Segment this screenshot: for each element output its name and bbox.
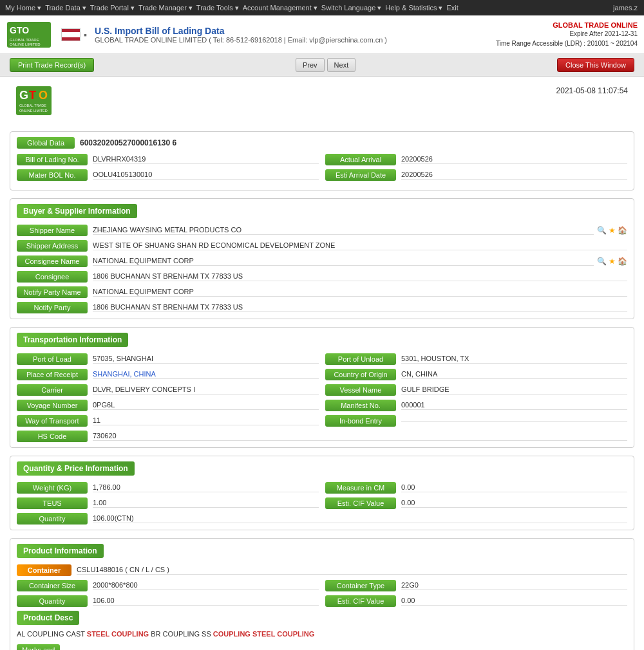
measure-value: 0.00 bbox=[401, 483, 627, 492]
voyage-value: 0PG6L bbox=[93, 401, 319, 410]
shipper-home-icon[interactable]: 🏠 bbox=[618, 226, 627, 235]
transportation-title: Transportation Information bbox=[17, 333, 128, 347]
manifest-value: 000001 bbox=[401, 401, 627, 410]
country-origin-col: Country of Origin CN, CHINA bbox=[325, 369, 627, 380]
next-button-top[interactable]: Next bbox=[327, 58, 356, 72]
consignee-search-icon[interactable]: 🔍 bbox=[597, 257, 607, 266]
transport-col: Way of Transport 11 bbox=[17, 415, 319, 427]
voyage-col: Voyage Number 0PG6L bbox=[17, 400, 319, 411]
buyer-supplier-section: Buyer & Supplier Information Shipper Nam… bbox=[10, 198, 634, 319]
port-load-label: Port of Load bbox=[17, 353, 88, 365]
svg-text:O: O bbox=[39, 89, 48, 102]
navigation-buttons-top: Prev Next bbox=[296, 58, 355, 72]
shipper-star-icon[interactable]: ★ bbox=[609, 226, 616, 235]
nav-myhome[interactable]: My Home ▾ bbox=[5, 4, 41, 12]
actual-arrival-col: Actual Arrival 20200526 bbox=[325, 154, 627, 165]
bol-label: Bill of Lading No. bbox=[17, 154, 88, 165]
esti-cif-label: Esti. CIF Value bbox=[325, 497, 396, 509]
esti-arrival-col: Esti Arrival Date 20200526 bbox=[325, 169, 627, 181]
global-data-value: 600320200527000016130 6 bbox=[80, 138, 176, 147]
weight-label: Weight (KG) bbox=[17, 482, 88, 494]
nav-language[interactable]: Switch Language ▾ bbox=[321, 4, 381, 12]
measure-col: Measure in CM 0.00 bbox=[325, 482, 627, 494]
user-label: james.z bbox=[613, 4, 638, 12]
nav-accountmgmt[interactable]: Account Management ▾ bbox=[243, 4, 317, 12]
svg-text:GTO: GTO bbox=[10, 25, 29, 35]
port-unload-label: Port of Unload bbox=[325, 353, 396, 365]
nav-tradeportal[interactable]: Trade Portal ▾ bbox=[90, 4, 135, 12]
bol-value: DLVRHRX04319 bbox=[93, 155, 319, 164]
container-size-type-row: Container Size 2000*806*800 Container Ty… bbox=[17, 580, 627, 591]
consignee-name-value: NATIONAL EQUIPMENT CORP bbox=[93, 257, 594, 266]
master-bol-col: Mater BOL No. OOLU4105130010 bbox=[17, 169, 319, 181]
measure-label: Measure in CM bbox=[325, 482, 396, 494]
nav-tradedata[interactable]: Trade Data ▾ bbox=[45, 4, 86, 12]
carrier-label: Carrier bbox=[17, 384, 88, 396]
nav-exit[interactable]: Exit bbox=[446, 4, 458, 12]
notify-party-label: Notify Party bbox=[17, 302, 88, 313]
bond-col: In-bond Entry bbox=[325, 415, 627, 427]
marks-section: Marks and NECO C NO.: MADE IN CHINA bbox=[17, 644, 627, 650]
quantity-row: Quantity 106.00(CTN) bbox=[17, 513, 627, 525]
esti-arrival-label: Esti Arrival Date bbox=[325, 169, 396, 181]
port-unload-value: 5301, HOUSTON, TX bbox=[401, 355, 627, 364]
weight-col: Weight (KG) 1,786.00 bbox=[17, 482, 319, 494]
print-record-button-top[interactable]: Print Trade Record(s) bbox=[10, 58, 94, 72]
prod-qty-label: Quantity bbox=[17, 595, 88, 607]
notify-party-row: Notify Party 1806 BUCHANAN ST BRENHAM TX… bbox=[17, 302, 627, 313]
svg-text:G: G bbox=[19, 89, 28, 102]
esti-arrival-value: 20200526 bbox=[401, 171, 627, 180]
close-button-top[interactable]: Close This Window bbox=[557, 58, 634, 72]
consignee-home-icon[interactable]: 🏠 bbox=[618, 257, 627, 266]
vessel-label: Vessel Name bbox=[325, 384, 396, 396]
carrier-value: DLVR, DELIVERY CONCEPTS I bbox=[93, 385, 319, 395]
prev-button-top[interactable]: Prev bbox=[296, 58, 325, 72]
manifest-label: Manifest No. bbox=[325, 400, 396, 411]
carrier-vessel-row: Carrier DLVR, DELIVERY CONCEPTS I Vessel… bbox=[17, 384, 627, 396]
container-value: CSLU1488016 ( CN / L / CS ) bbox=[77, 566, 627, 575]
quantity-price-section: Quantity & Price Information Weight (KG)… bbox=[10, 456, 634, 530]
esti-cif-col: Esti. CIF Value 0.00 bbox=[325, 497, 627, 509]
header-subtitle: GLOBAL TRADE ONLINE LIMITED ( Tel: 86-51… bbox=[95, 36, 496, 44]
product-info-title: Product Information bbox=[17, 544, 104, 558]
master-bol-esti-row: Mater BOL No. OOLU4105130010 Esti Arriva… bbox=[17, 169, 627, 181]
shipper-action-icons: 🔍 ★ 🏠 bbox=[597, 226, 627, 235]
quantity-label: Quantity bbox=[17, 513, 88, 525]
prod-qty-cif-row: Quantity 106.00 Esti. CIF Value 0.00 bbox=[17, 595, 627, 607]
carrier-col: Carrier DLVR, DELIVERY CONCEPTS I bbox=[17, 384, 319, 396]
teus-value: 1.00 bbox=[93, 499, 319, 508]
country-origin-value: CN, CHINA bbox=[401, 370, 627, 379]
shipper-address-row: Shipper Address WEST SITE OF SHUANG SHAN… bbox=[17, 240, 627, 252]
port-row: Port of Load 57035, SHANGHAI Port of Unl… bbox=[17, 353, 627, 365]
prod-cif-label: Esti. CIF Value bbox=[325, 595, 396, 607]
top-action-bar: Print Trade Record(s) Prev Next Close Th… bbox=[0, 54, 644, 77]
time-range: Time Range Accessible (LDR) : 201001 ~ 2… bbox=[496, 39, 638, 48]
notify-party-name-label: Notify Party Name bbox=[17, 286, 88, 298]
nav-help[interactable]: Help & Statistics ▾ bbox=[385, 4, 442, 12]
notify-party-name-value: NATIONAL EQUIPMENT CORP bbox=[93, 288, 627, 297]
hs-code-row: HS Code 730620 bbox=[17, 431, 627, 442]
teus-label: TEUS bbox=[17, 497, 88, 509]
country-origin-label: Country of Origin bbox=[325, 369, 396, 380]
port-unload-col: Port of Unload 5301, HOUSTON, TX bbox=[325, 353, 627, 365]
manifest-col: Manifest No. 000001 bbox=[325, 400, 627, 411]
consignee-star-icon[interactable]: ★ bbox=[609, 257, 616, 266]
document-content: G T O GLOBAL TRADE ONLINE LIMITED 2021-0… bbox=[0, 77, 644, 650]
brand-name: GLOBAL TRADE ONLINE bbox=[496, 21, 638, 29]
nav-trademanager[interactable]: Trade Manager ▾ bbox=[138, 4, 193, 12]
nav-tradetools[interactable]: Trade Tools ▾ bbox=[196, 4, 239, 12]
container-size-col: Container Size 2000*806*800 bbox=[17, 580, 319, 591]
hs-code-label: HS Code bbox=[17, 431, 88, 442]
esti-cif-value: 0.00 bbox=[401, 499, 627, 508]
place-receipt-value: SHANGHAI, CHINA bbox=[93, 370, 319, 379]
svg-text:ONLINE LIMITED: ONLINE LIMITED bbox=[19, 109, 48, 113]
top-navigation: My Home ▾ Trade Data ▾ Trade Portal ▾ Tr… bbox=[0, 0, 644, 15]
consignee-row: Consignee 1806 BUCHANAN ST BRENHAM TX 77… bbox=[17, 271, 627, 283]
shipper-name-row: Shipper Name ZHEJIANG WAYSING METAL PROD… bbox=[17, 225, 627, 236]
container-size-value: 2000*806*800 bbox=[93, 581, 319, 590]
buyer-supplier-title: Buyer & Supplier Information bbox=[17, 204, 137, 218]
doc-logo: G T O GLOBAL TRADE ONLINE LIMITED bbox=[16, 86, 93, 124]
shipper-name-value: ZHEJIANG WAYSING METAL PRODUCTS CO bbox=[93, 226, 594, 235]
shipper-search-icon[interactable]: 🔍 bbox=[597, 226, 607, 235]
document-timestamp: 2021-05-08 11:07:54 bbox=[556, 86, 628, 95]
